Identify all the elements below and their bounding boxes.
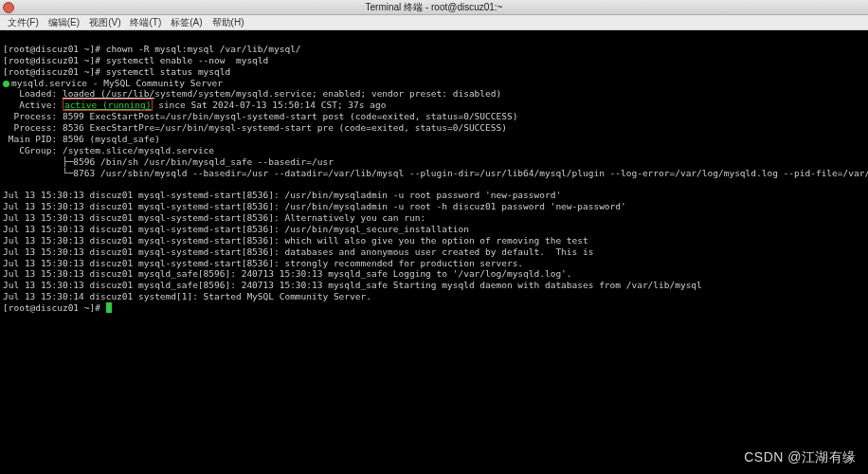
- journal-line: Jul 13 15:30:13 discuz01 mysql-systemd-s…: [3, 258, 523, 268]
- cmd-status: systemctl status mysqld: [106, 66, 231, 77]
- cgroup-child-1: ├─8596 /bin/sh /usr/bin/mysqld_safe --ba…: [3, 156, 334, 167]
- menu-terminal[interactable]: 终端(T): [126, 16, 165, 29]
- window-title: Terminal 终端 - root@discuz01:~: [366, 1, 503, 14]
- menu-file[interactable]: 文件(F): [4, 16, 43, 29]
- journal-line: Jul 13 15:30:13 discuz01 mysql-systemd-s…: [3, 190, 561, 200]
- loaded-label: Loaded:: [3, 88, 63, 99]
- active-rest: since Sat 2024-07-13 15:50:14 CST; 37s a…: [153, 100, 386, 110]
- journal-line: Jul 13 15:30:13 discuz01 mysqld_safe[859…: [3, 268, 572, 279]
- process-post: Process: 8599 ExecStartPost=/usr/bin/mys…: [3, 111, 517, 121]
- active-label: Active:: [3, 100, 63, 110]
- status-dot-icon: [3, 81, 9, 87]
- menu-help[interactable]: 帮助(H): [208, 16, 248, 29]
- window-titlebar: Terminal 终端 - root@discuz01:~: [0, 0, 868, 15]
- journal-line: Jul 13 15:30:13 discuz01 mysql-systemd-s…: [3, 235, 588, 246]
- prompt-3: [root@discuz01 ~]#: [3, 66, 106, 77]
- menu-tabs[interactable]: 标签(A): [167, 16, 206, 29]
- menu-view[interactable]: 视图(V): [85, 16, 124, 29]
- loaded-rest: systemd/system/mysqld.service; enabled; …: [154, 88, 501, 99]
- journal-line: Jul 13 15:30:13 discuz01 mysql-systemd-s…: [3, 246, 593, 257]
- journal-line: Jul 13 15:30:13 discuz01 mysql-systemd-s…: [3, 212, 425, 223]
- main-pid: Main PID: 8596 (mysqld_safe): [3, 134, 160, 144]
- active-value: active (running): [64, 100, 152, 110]
- terminal-output[interactable]: [root@discuz01 ~]# chown -R mysql:mysql …: [0, 30, 868, 474]
- cursor-icon: [106, 302, 112, 313]
- loaded-path: loaded (/usr/lib/: [63, 88, 154, 99]
- menu-edit[interactable]: 编辑(E): [45, 16, 83, 29]
- cmd-enable: systemctl enable --now mysqld: [106, 55, 269, 65]
- journal-line: Jul 13 15:30:13 discuz01 mysqld_safe[859…: [3, 280, 702, 290]
- service-name: mysqld.service - MySQL Community Server: [11, 78, 223, 88]
- journal-line: Jul 13 15:30:14 discuz01 systemd[1]: Sta…: [3, 291, 371, 301]
- journal-line: Jul 13 15:30:13 discuz01 mysql-systemd-s…: [3, 224, 469, 234]
- cmd-chown: chown -R mysql:mysql /var/lib/mysql/: [106, 44, 301, 54]
- cgroup-child-2: └─8763 /usr/sbin/mysqld --basedir=/usr -…: [3, 168, 868, 178]
- process-pre: Process: 8536 ExecStartPre=/usr/bin/mysq…: [3, 122, 507, 133]
- prompt-1: [root@discuz01 ~]#: [3, 44, 106, 54]
- close-icon[interactable]: [3, 2, 14, 13]
- menu-bar: 文件(F) 编辑(E) 视图(V) 终端(T) 标签(A) 帮助(H): [0, 15, 868, 30]
- cgroup: CGroup: /system.slice/mysqld.service: [3, 145, 214, 155]
- active-highlight-box: active (running): [63, 99, 154, 111]
- watermark: CSDN @江湖有缘: [744, 449, 857, 466]
- prompt-2: [root@discuz01 ~]#: [3, 55, 106, 65]
- prompt-4: [root@discuz01 ~]#: [3, 302, 106, 313]
- journal-line: Jul 13 15:30:13 discuz01 mysql-systemd-s…: [3, 201, 626, 211]
